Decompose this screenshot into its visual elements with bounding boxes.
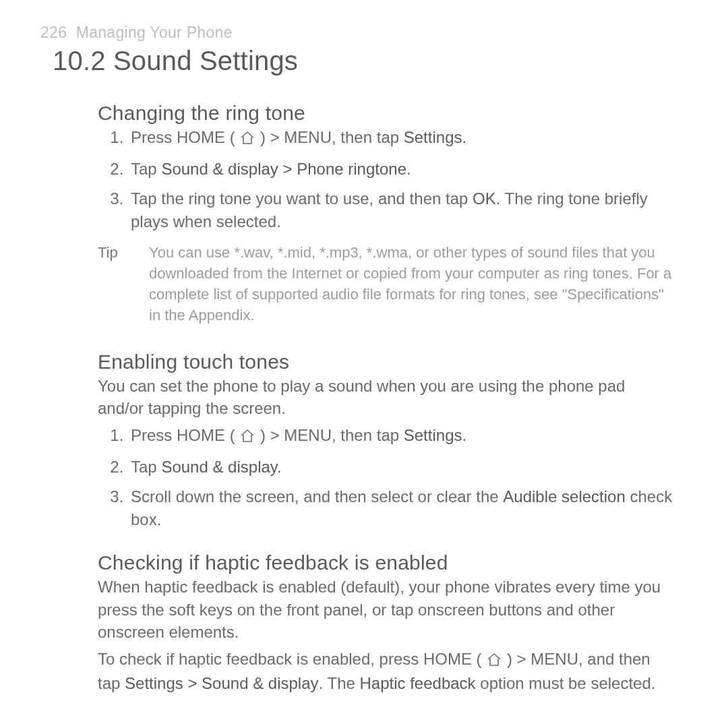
home-icon (239, 426, 255, 449)
list-item: Press HOME ( ) > MENU, then tap Settings… (128, 126, 674, 151)
page-number: 226 (40, 24, 67, 41)
tip-block: Tip You can use *.wav, *.mid, *.mp3, *.w… (98, 243, 674, 326)
heading-touch-tones: Enabling touch tones (98, 351, 674, 373)
section-haptic: Checking if haptic feedback is enabled W… (98, 551, 674, 695)
list-item: Tap Sound & display > Phone ringtone. (128, 158, 674, 181)
tip-text: You can use *.wav, *.mid, *.mp3, *.wma, … (149, 243, 674, 326)
home-icon (239, 128, 255, 151)
list-item: Tap Sound & display. (128, 456, 674, 479)
home-icon (486, 650, 502, 673)
tip-label: Tip (98, 243, 130, 326)
list-item: Tap the ring tone you want to use, and t… (128, 187, 674, 233)
touch-tones-intro: You can set the phone to play a sound wh… (98, 375, 674, 420)
ring-tone-steps: Press HOME ( ) > MENU, then tap Settings… (98, 126, 674, 233)
section-ring-tone: Changing the ring tone Press HOME ( ) > … (98, 102, 674, 326)
list-item: Scroll down the screen, and then select … (128, 485, 674, 531)
list-item: Press HOME ( ) > MENU, then tap Settings… (128, 424, 674, 449)
page-header: 226 Managing Your Phone (40, 24, 688, 42)
touch-tones-steps: Press HOME ( ) > MENU, then tap Settings… (98, 424, 674, 531)
settings-label: Settings (404, 128, 462, 146)
haptic-p1: When haptic feedback is enabled (default… (98, 576, 674, 644)
section-touch-tones: Enabling touch tones You can set the pho… (98, 351, 674, 532)
heading-haptic: Checking if haptic feedback is enabled (98, 551, 674, 574)
page: 226 Managing Your Phone 10.2 Sound Setti… (0, 0, 728, 726)
haptic-p2: To check if haptic feedback is enabled, … (98, 648, 674, 695)
heading-ring-tone: Changing the ring tone (98, 102, 674, 125)
chapter-title: Managing Your Phone (76, 24, 233, 41)
page-title: 10.2 Sound Settings (53, 46, 688, 76)
